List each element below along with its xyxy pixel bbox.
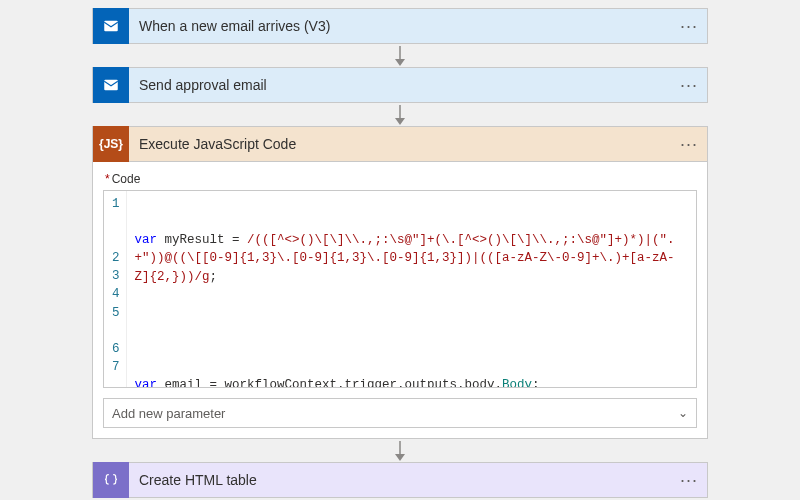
step-title: Send approval email [129,77,671,93]
svg-marker-2 [395,59,405,66]
outlook-icon [93,8,129,44]
workflow-step-js[interactable]: {JS} Execute JavaScript Code ··· [92,126,708,162]
add-parameter-label: Add new parameter [112,406,225,421]
svg-marker-5 [395,118,405,125]
step-more-button[interactable]: ··· [671,470,707,491]
step-more-button[interactable]: ··· [671,16,707,37]
step-more-button[interactable]: ··· [671,134,707,155]
add-parameter-dropdown[interactable]: Add new parameter ⌄ [103,398,697,428]
js-step-panel: *Code 1 2 3 4 5 6 7 var myResult = /(([^… [92,162,708,439]
code-editor[interactable]: 1 2 3 4 5 6 7 var myResult = /(([^<>()\[… [103,190,697,388]
step-more-button[interactable]: ··· [671,75,707,96]
code-gutter: 1 2 3 4 5 6 7 [104,191,127,387]
workflow-step-approval[interactable]: Send approval email ··· [92,67,708,103]
step-title: Create HTML table [129,472,671,488]
step-title: Execute JavaScript Code [129,136,671,152]
code-field-label: *Code [105,172,697,186]
flow-arrow [92,44,708,67]
step-title: When a new email arrives (V3) [129,18,671,34]
workflow-step-trigger[interactable]: When a new email arrives (V3) ··· [92,8,708,44]
workflow-step-table[interactable]: Create HTML table ··· [92,462,708,498]
svg-rect-0 [104,21,118,32]
flow-arrow [92,103,708,126]
chevron-down-icon: ⌄ [678,406,688,420]
svg-marker-7 [395,454,405,461]
outlook-icon [93,67,129,103]
flow-arrow [92,439,708,462]
code-braces-icon [93,462,129,498]
code-content[interactable]: var myResult = /(([^<>()\[\]\\.,;:\s@"]+… [127,191,696,387]
svg-rect-3 [104,80,118,91]
javascript-icon: {JS} [93,126,129,162]
